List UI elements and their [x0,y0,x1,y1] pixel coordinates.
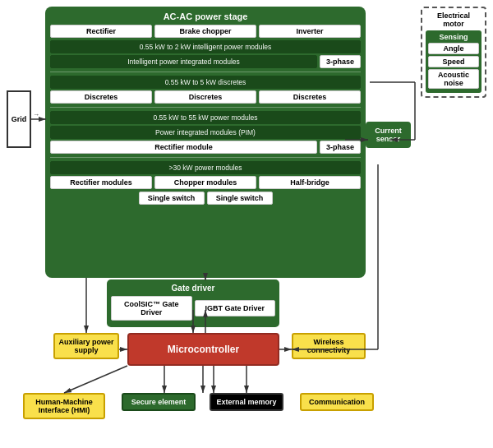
angle-item: Angle [428,43,479,54]
ipm-label2: Intelligent power integrated modules [50,55,317,68]
wireless-box: Wireless connectivity [292,333,366,359]
grid-box: Grid [7,90,31,148]
motor-title: Electrical motor [426,12,481,28]
ac-stage-title: AC-AC power stage [50,12,361,21]
three-phase-2: 3-phase [320,141,361,154]
grid-label: Grid [12,115,27,123]
disc3: Discretes [259,90,361,104]
disc1: Discretes [50,90,152,104]
inverter-box: Inverter [259,25,361,38]
secure-element-label: Secure element [131,398,187,406]
wireless-label: Wireless connectivity [307,338,351,354]
single-switch-2: Single switch [207,192,273,205]
gate-driver-box: Gate driver CoolSIC™ Gate Driver IGBT Ga… [107,279,279,327]
communication-label: Communication [309,398,365,406]
chopper-modules: Chopper modules [154,176,256,189]
discretes-row: Discretes Discretes Discretes [50,90,361,104]
ipm-label: 0.55 kW to 2 kW intelligent power module… [50,40,361,53]
pim-label: Power integrated modules (PIM) [50,126,361,139]
sensing-box: Sensing Angle Speed Acoustic noise [426,30,481,93]
microcontroller-label: Microcontroller [168,344,239,355]
svg-line-21 [64,366,127,393]
hmi-box: Human-Machine Interface (HMI) [23,393,105,419]
discretes-label: 0.55 kW to 5 kW discretes [50,76,361,89]
sensing-title: Sensing [428,33,479,41]
coolsic-box: CoolSIC™ Gate Driver [111,296,192,321]
igbt-box: IGBT Gate Driver [195,300,276,316]
rectifier-box: Rectifier [50,25,152,38]
communication-box: Communication [300,393,374,411]
gate-driver-title: Gate driver [111,284,275,293]
power-modules-label: 0.55 kW to 55 kW power modules [50,111,361,124]
single-switch-1: Single switch [139,192,205,205]
hmi-label: Human-Machine Interface (HMI) [35,398,93,414]
motor-box: Electrical motor Sensing Angle Speed Aco… [421,7,486,98]
ipm-row2: Intelligent power integrated modules 3-p… [50,55,361,68]
large-power-row1: Rectifier modules Chopper modules Half-b… [50,176,361,189]
pim-row: Rectifier module 3-phase [50,141,361,154]
row-power-components: Rectifier Brake chopper Inverter [50,25,361,38]
brake-chopper-box: Brake chopper [154,25,256,38]
external-memory-box: External memory [210,393,283,411]
auxiliary-label: Auxiliary power supply [58,338,113,354]
main-container: AC-AC power stage Rectifier Brake choppe… [0,0,493,448]
microcontroller-box: Microcontroller [127,333,279,366]
disc2: Discretes [154,90,256,104]
ac-stage-box: AC-AC power stage Rectifier Brake choppe… [45,7,366,278]
svg-text:→: → [33,111,39,118]
secure-element-box: Secure element [122,393,196,411]
acoustic-item: Acoustic noise [428,69,479,89]
current-sensor-label: Current sensor [375,127,402,143]
speed-item: Speed [428,56,479,67]
auxiliary-box: Auxiliary power supply [53,333,119,359]
current-sensor-box: Current sensor [366,122,411,148]
rect-modules: Rectifier modules [50,176,152,189]
external-memory-label: External memory [216,398,276,406]
gate-driver-row: CoolSIC™ Gate Driver IGBT Gate Driver [111,296,275,321]
three-phase-1: 3-phase [320,55,361,68]
half-bridge: Half-bridge [259,176,361,189]
large-power-label: >30 kW power modules [50,161,361,174]
large-power-row2: Single switch Single switch [50,192,361,205]
rectifier-module: Rectifier module [50,141,317,154]
